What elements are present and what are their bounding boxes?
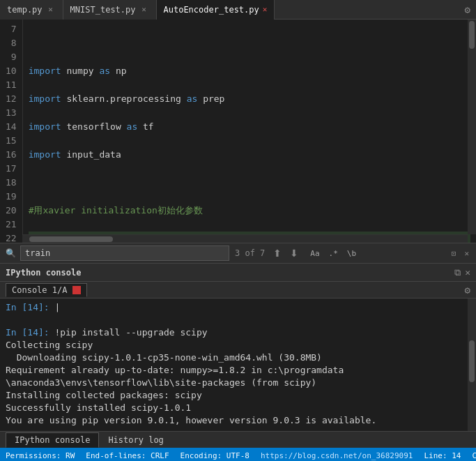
console-line-2 — [6, 314, 470, 326]
console-close-icon[interactable]: ✕ — [465, 267, 470, 278]
status-permissions: Permissions: RW — [6, 451, 75, 460]
console-scrollbar[interactable] — [468, 298, 476, 431]
editor-scrollbar-x[interactable] — [22, 234, 468, 243]
console-header: IPython console ⧉ ✕ — [0, 264, 476, 282]
search-bar: 🔍 3 of 7 ⬆ ⬇ Aa .* \b ⊡ ✕ — [0, 243, 476, 264]
console-gear-icon[interactable]: ⚙ — [465, 285, 470, 296]
console-line-6: Requirement already up-to-date: numpy>=1… — [6, 364, 470, 377]
bottom-tab-ipython[interactable]: IPython console — [6, 432, 99, 448]
search-settings: Aa .* \b — [307, 248, 360, 259]
console-output: In [14]: | In [14]: !pip install --upgra… — [0, 298, 476, 431]
search-expand-icon[interactable]: ⊡ — [449, 248, 459, 259]
search-prev-button[interactable]: ⬆ — [270, 246, 284, 260]
bottom-tabs: IPython console History log — [0, 431, 476, 448]
tab-close-mnist[interactable]: ✕ — [139, 5, 149, 15]
tab-label: temp.py — [7, 5, 43, 15]
status-encoding: Encoding: UTF-8 — [181, 451, 249, 460]
console-line-7: \anaconda3\envs\tensorflow\lib\site-pack… — [6, 377, 470, 389]
search-case-toggle[interactable]: Aa — [307, 248, 323, 259]
search-whole-toggle[interactable]: \b — [344, 248, 360, 259]
console-line-3: In [14]: !pip install --upgrade scipy — [6, 326, 470, 339]
status-line: Line: 14 — [424, 451, 461, 460]
tab-bar: temp.py ✕ MNIST_test.py ✕ AutoEncoder_te… — [0, 0, 476, 20]
search-close-area: ⊡ ✕ — [449, 248, 472, 259]
search-next-button[interactable]: ⬇ — [287, 246, 301, 260]
console-stop-button[interactable] — [72, 286, 81, 294]
search-close-icon[interactable]: ✕ — [461, 248, 472, 259]
tab-label: MNIST_test.py — [70, 5, 136, 15]
status-column: Column: 23 — [472, 451, 476, 460]
console-title: IPython console — [6, 268, 81, 278]
console-tab-1a[interactable]: Console 1/A — [6, 283, 87, 297]
tab-close-temp[interactable]: ✕ — [46, 5, 56, 15]
editor-scrollbar-y[interactable] — [468, 20, 476, 234]
search-regex-toggle[interactable]: .* — [325, 248, 341, 259]
status-bar: Permissions: RW End-of-lines: CRLF Encod… — [0, 448, 476, 461]
console-line-5: Downloading scipy-1.0.1-cp35-none-win_am… — [6, 352, 470, 364]
console-line-9: Successfully installed scipy-1.0.1 — [6, 402, 470, 414]
console-line-8: Installing collected packages: scipy — [6, 389, 470, 402]
code-content[interactable]: import numpy as np import sklearn.prepro… — [23, 20, 476, 243]
search-icon[interactable]: 🔍 — [4, 247, 17, 259]
search-input[interactable] — [20, 245, 229, 261]
search-count: 3 of 7 — [232, 248, 268, 258]
tab-close-autoencoder[interactable]: ✕ — [263, 5, 268, 14]
console-tabs: Console 1/A ⚙ — [0, 282, 476, 298]
status-eol: End-of-lines: CRLF — [86, 451, 169, 460]
console-float-icon[interactable]: ⧉ — [454, 267, 461, 278]
bottom-tab-history[interactable]: History log — [99, 432, 172, 448]
console-line-4: Collecting scipy — [6, 339, 470, 352]
status-url: https://blog.csdn.net/on_36829091 — [261, 451, 413, 460]
console-line-1: In [14]: | — [6, 301, 470, 314]
console-controls: ⧉ ✕ — [454, 267, 470, 278]
console-line-10: You are using pip version 9.0.1, however… — [6, 414, 470, 427]
line-numbers: 7 8 9 10 11 12 13 14 15 16 17 18 19 20 2… — [0, 20, 23, 243]
settings-icon[interactable]: ⚙ — [459, 4, 476, 15]
tab-temp-py[interactable]: temp.py ✕ — [0, 0, 63, 20]
tab-autoencoder-test[interactable]: AutoEncoder_test.py ✕ — [157, 0, 275, 20]
tab-mnist-test[interactable]: MNIST_test.py ✕ — [63, 0, 157, 20]
tab-label: AutoEncoder_test.py — [164, 5, 259, 15]
console-tab-label: Console 1/A — [12, 285, 67, 295]
code-editor: 7 8 9 10 11 12 13 14 15 16 17 18 19 20 2… — [0, 20, 476, 243]
